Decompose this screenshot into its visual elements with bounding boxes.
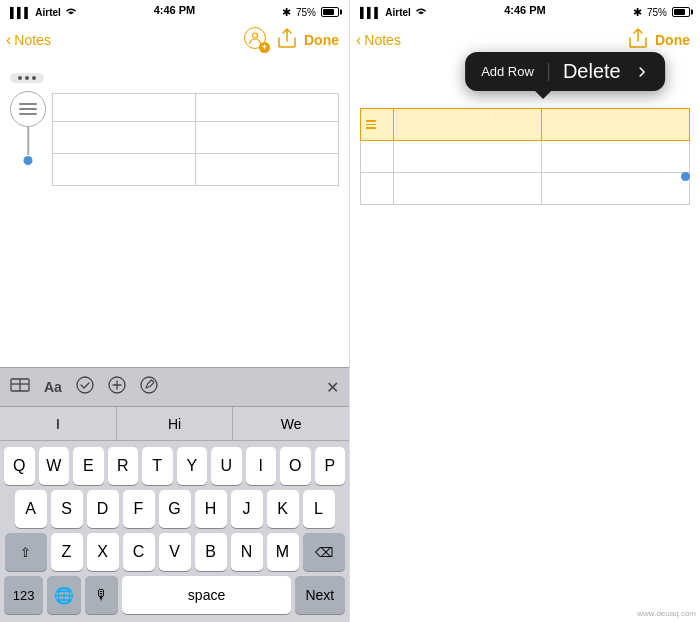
- right-share-icon[interactable]: [629, 28, 647, 53]
- key-w[interactable]: W: [39, 447, 70, 485]
- left-kb-aa-label[interactable]: Aa: [44, 379, 62, 395]
- right-wifi-icon: [415, 6, 427, 18]
- key-u[interactable]: U: [211, 447, 242, 485]
- right-delete-button[interactable]: Delete: [563, 60, 621, 83]
- table-cell-selected-1[interactable]: [393, 109, 541, 141]
- left-battery-fill: [323, 9, 334, 15]
- left-kb-table-icon[interactable]: [10, 375, 30, 399]
- key-t[interactable]: T: [142, 447, 173, 485]
- key-b[interactable]: B: [195, 533, 227, 571]
- key-a[interactable]: A: [15, 490, 47, 528]
- right-status-bar: ▌▌▌ Airtel 4:46 PM ✱ 75%: [350, 0, 700, 22]
- key-e[interactable]: E: [73, 447, 104, 485]
- left-handle-dots: [13, 99, 43, 119]
- right-done-button[interactable]: Done: [655, 32, 690, 48]
- left-dots-menu[interactable]: [10, 73, 44, 83]
- key-f[interactable]: F: [123, 490, 155, 528]
- key-c[interactable]: C: [123, 533, 155, 571]
- left-key-row-2: A S D F G H J K L: [4, 490, 345, 528]
- key-k[interactable]: K: [267, 490, 299, 528]
- key-backspace[interactable]: ⌫: [303, 533, 345, 571]
- key-r[interactable]: R: [108, 447, 139, 485]
- key-n[interactable]: N: [231, 533, 263, 571]
- key-globe[interactable]: 🌐: [47, 576, 81, 614]
- table-cell[interactable]: [196, 122, 339, 154]
- table-cell[interactable]: [196, 94, 339, 122]
- key-l[interactable]: L: [303, 490, 335, 528]
- left-handle-dot-1: [19, 103, 37, 105]
- left-done-button[interactable]: Done: [304, 32, 339, 48]
- key-g[interactable]: G: [159, 490, 191, 528]
- right-table: [360, 108, 690, 205]
- key-j[interactable]: J: [231, 490, 263, 528]
- left-key-row-4: 123 🌐 🎙 space Next: [4, 576, 345, 614]
- row-handle-dot-1: [366, 120, 376, 122]
- left-kb-check-icon[interactable]: [76, 376, 94, 398]
- left-kb-pencil-icon[interactable]: [140, 376, 158, 398]
- right-add-row-button[interactable]: Add Row: [481, 64, 534, 79]
- left-handle-dot-3: [19, 113, 37, 115]
- left-panel: ▌▌▌ Airtel 4:46 PM ✱ 75% ‹ Notes: [0, 0, 350, 622]
- left-chevron-icon: ‹: [6, 31, 11, 49]
- table-cell-3-2[interactable]: [541, 173, 689, 205]
- table-row-handle-2[interactable]: [361, 141, 394, 173]
- key-v[interactable]: V: [159, 533, 191, 571]
- left-back-button[interactable]: ‹ Notes: [6, 31, 51, 49]
- table-cell[interactable]: [53, 94, 196, 122]
- left-battery-pct: 75%: [296, 7, 316, 18]
- key-i[interactable]: I: [246, 447, 277, 485]
- left-share-icon[interactable]: [278, 28, 296, 53]
- key-d[interactable]: D: [87, 490, 119, 528]
- left-predictive-hi[interactable]: Hi: [117, 407, 234, 440]
- right-nav-actions: Done: [629, 28, 690, 53]
- left-handle-dots-right: [364, 118, 390, 131]
- left-predictive-i[interactable]: I: [0, 407, 117, 440]
- table-cell[interactable]: [196, 154, 339, 186]
- key-p[interactable]: P: [315, 447, 346, 485]
- right-carrier-label: Airtel: [385, 7, 411, 18]
- left-handle-circle[interactable]: [10, 91, 46, 127]
- right-battery-icon: [672, 7, 690, 17]
- key-shift[interactable]: ⇧: [5, 533, 47, 571]
- key-123[interactable]: 123: [4, 576, 43, 614]
- key-s[interactable]: S: [51, 490, 83, 528]
- key-mic[interactable]: 🎙: [85, 576, 119, 614]
- left-handle-connector: [27, 125, 29, 155]
- key-x[interactable]: X: [87, 533, 119, 571]
- left-add-person-button[interactable]: +: [244, 27, 270, 53]
- left-wifi-icon: [65, 6, 77, 18]
- key-h[interactable]: H: [195, 490, 227, 528]
- left-dot-2: [25, 76, 29, 80]
- table-row-handle-3[interactable]: [361, 173, 394, 205]
- svg-point-8: [141, 377, 157, 393]
- right-time: 4:46 PM: [504, 4, 546, 16]
- left-kb-plus-icon[interactable]: [108, 376, 126, 398]
- left-key-row-1: Q W E R T Y U I O P: [4, 447, 345, 485]
- key-q[interactable]: Q: [4, 447, 35, 485]
- right-back-button[interactable]: ‹ Notes: [356, 31, 401, 49]
- key-z[interactable]: Z: [51, 533, 83, 571]
- left-kb-close-icon[interactable]: ✕: [326, 378, 339, 397]
- left-carrier: ▌▌▌ Airtel: [10, 6, 77, 18]
- left-handle-blue-dot[interactable]: [24, 156, 33, 165]
- key-m[interactable]: M: [267, 533, 299, 571]
- left-predictive-we[interactable]: We: [233, 407, 349, 440]
- key-space[interactable]: space: [122, 576, 290, 614]
- table-cell[interactable]: [53, 154, 196, 186]
- key-next[interactable]: Next: [295, 576, 345, 614]
- left-bt-icon: ✱: [282, 6, 291, 19]
- key-o[interactable]: O: [280, 447, 311, 485]
- table-cell-2-1[interactable]: [393, 141, 541, 173]
- table-cell-2-2[interactable]: [541, 141, 689, 173]
- table-cell[interactable]: [53, 122, 196, 154]
- table-row-handle[interactable]: [361, 109, 394, 141]
- table-cell-selected-2[interactable]: [541, 109, 689, 141]
- left-table-handle-area: [10, 91, 46, 127]
- svg-point-0: [253, 33, 258, 38]
- table-cell-3-1[interactable]: [393, 173, 541, 205]
- key-y[interactable]: Y: [177, 447, 208, 485]
- left-status-right: ✱ 75%: [282, 6, 339, 19]
- right-blue-dot[interactable]: [681, 172, 690, 181]
- right-status-right: ✱ 75%: [633, 6, 690, 19]
- right-bt-icon: ✱: [633, 6, 642, 19]
